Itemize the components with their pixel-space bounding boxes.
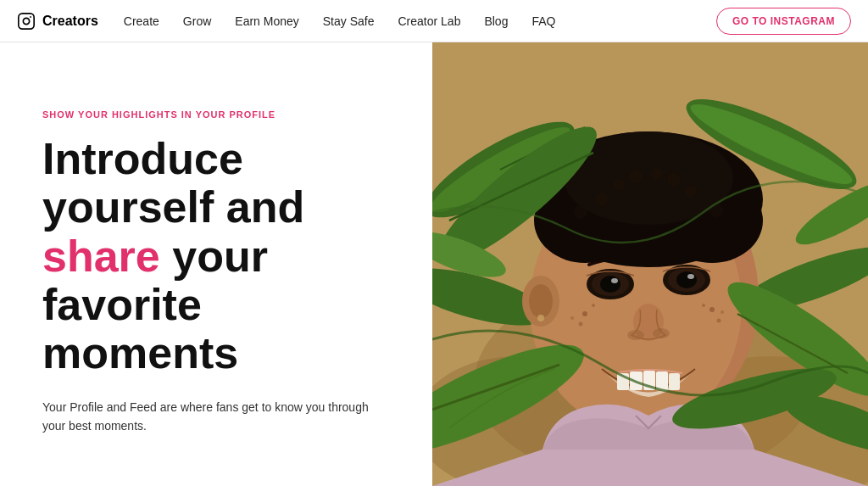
nav-link-earn-money[interactable]: Earn Money bbox=[235, 14, 298, 28]
hero-left-panel: SHOW YOUR HIGHLIGHTS IN YOUR PROFILE Int… bbox=[0, 42, 432, 486]
hero-subtext: Your Profile and Feed are where fans get… bbox=[42, 398, 373, 436]
main-content: SHOW YOUR HIGHLIGHTS IN YOUR PROFILE Int… bbox=[0, 42, 868, 486]
svg-point-52 bbox=[667, 173, 681, 187]
svg-point-42 bbox=[529, 284, 553, 318]
svg-point-54 bbox=[574, 205, 587, 219]
svg-point-36 bbox=[570, 316, 574, 320]
svg-point-40 bbox=[721, 310, 724, 314]
nav-link-grow[interactable]: Grow bbox=[183, 14, 211, 28]
nav-link-stay-safe[interactable]: Stay Safe bbox=[323, 14, 375, 28]
navbar: Creators Create Grow Earn Money Stay Saf… bbox=[0, 0, 868, 42]
svg-point-19 bbox=[600, 276, 620, 293]
hero-image-panel bbox=[432, 42, 868, 486]
svg-point-50 bbox=[629, 170, 643, 183]
nav-link-creator-lab[interactable]: Creator Lab bbox=[398, 14, 460, 28]
svg-point-51 bbox=[651, 168, 663, 180]
svg-point-2 bbox=[30, 16, 31, 18]
svg-point-20 bbox=[611, 278, 618, 283]
svg-point-48 bbox=[595, 193, 609, 206]
goto-instagram-button[interactable]: GO TO INSTAGRAM bbox=[716, 8, 851, 35]
svg-point-33 bbox=[582, 311, 587, 316]
hero-eyebrow: SHOW YOUR HIGHLIGHTS IN YOUR PROFILE bbox=[42, 109, 390, 120]
hero-headline: Introduce yourself and share your favori… bbox=[42, 135, 390, 377]
nav-link-create[interactable]: Create bbox=[124, 14, 159, 28]
svg-point-24 bbox=[687, 274, 694, 279]
svg-point-1 bbox=[23, 18, 29, 24]
svg-point-23 bbox=[676, 271, 697, 288]
nav-item-blog[interactable]: Blog bbox=[484, 14, 508, 29]
headline-part1: Introduce yourself and bbox=[42, 134, 304, 232]
svg-point-39 bbox=[702, 304, 705, 307]
nav-link-faq[interactable]: FAQ bbox=[531, 14, 555, 28]
svg-point-53 bbox=[685, 185, 697, 197]
nav-item-creator-lab[interactable]: Creator Lab bbox=[398, 14, 460, 29]
svg-point-38 bbox=[717, 319, 721, 323]
nav-item-grow[interactable]: Grow bbox=[183, 14, 211, 29]
instagram-icon bbox=[17, 12, 36, 31]
svg-point-43 bbox=[537, 315, 544, 321]
svg-rect-0 bbox=[19, 13, 34, 28]
svg-point-34 bbox=[579, 322, 583, 327]
headline-highlight: share bbox=[42, 232, 160, 281]
svg-point-35 bbox=[592, 304, 595, 307]
nav-item-create[interactable]: Create bbox=[124, 14, 159, 29]
nav-link-blog[interactable]: Blog bbox=[484, 14, 508, 28]
nav-item-stay-safe[interactable]: Stay Safe bbox=[323, 14, 375, 29]
nav-item-faq[interactable]: FAQ bbox=[531, 14, 555, 29]
svg-rect-31 bbox=[656, 371, 668, 390]
svg-point-27 bbox=[653, 328, 670, 338]
nav-links: Create Grow Earn Money Stay Safe Creator… bbox=[124, 14, 716, 29]
brand-link[interactable]: Creators bbox=[17, 12, 98, 31]
nav-item-earn-money[interactable]: Earn Money bbox=[235, 14, 298, 29]
svg-point-49 bbox=[613, 179, 625, 191]
svg-rect-32 bbox=[669, 373, 680, 390]
hero-image bbox=[432, 42, 868, 486]
svg-point-26 bbox=[627, 330, 644, 340]
svg-point-37 bbox=[709, 307, 715, 312]
brand-label: Creators bbox=[42, 14, 98, 29]
